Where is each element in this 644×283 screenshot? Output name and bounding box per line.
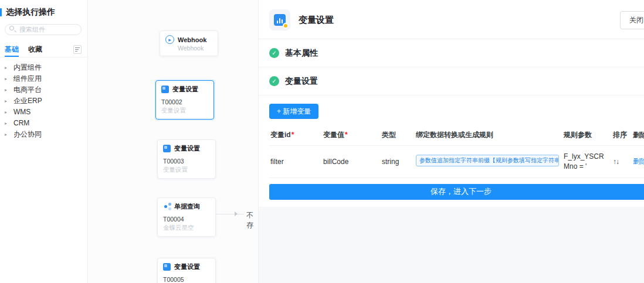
caret-right-icon: ▸ — [5, 76, 9, 81]
caret-right-icon: ▸ — [5, 132, 9, 137]
caret-right-icon: ▸ — [5, 65, 9, 70]
collapse-list-icon[interactable] — [73, 45, 82, 54]
caret-right-icon: ▸ — [5, 98, 9, 104]
variable-settings-icon — [163, 145, 171, 152]
search-icon — [9, 26, 14, 30]
sidebar-item-crm[interactable]: ▸ CRM — [5, 118, 87, 129]
node-title: 变量设置 — [174, 262, 200, 271]
node-subtitle: 变量设置 — [161, 107, 208, 115]
node-title: Webhook — [178, 36, 206, 43]
add-variable-button[interactable]: + 新增变量 — [269, 104, 318, 119]
node-title: 单据查询 — [174, 202, 200, 211]
sidebar-item-erp[interactable]: ▸ 企业ERP — [5, 96, 87, 107]
category-label: CRM — [13, 119, 29, 127]
col-rule-params: 规则参数 — [562, 126, 612, 146]
node-subtitle: Webhook — [178, 45, 212, 52]
category-label: 组件应用 — [13, 74, 42, 84]
sidebar-item-wms[interactable]: ▸ WMS — [5, 107, 87, 118]
col-variable-value: 变量值* — [322, 126, 381, 146]
category-label: 办公协同 — [13, 129, 42, 139]
col-type: 类型 — [381, 126, 415, 146]
table-header-row: 变量id* 变量值* 类型 绑定数据转换或生成规则 规则参数 排序 删除 — [269, 126, 644, 146]
component-sidebar: 选择执行操作 基础 收藏 ▸ 内置组件 ▸ 组件应用 ▸ 电商平台 ▸ 企业ER… — [0, 0, 88, 283]
cell-rule-params: F_lyx_YSCRMno = ' — [562, 146, 612, 178]
node-variable-t00002[interactable]: 变量设置 T00002 变量设置 — [155, 80, 214, 120]
node-subtitle: 变量设置 — [163, 166, 210, 174]
node-title: 变量设置 — [172, 85, 198, 94]
node-subtitle: 金蝶云星空 — [163, 224, 210, 232]
node-variable-t00005[interactable]: 变量设置 T00005 变量设置 — [157, 258, 216, 283]
section-label: 基本属性 — [285, 48, 318, 59]
variable-settings-app-icon — [269, 9, 290, 30]
required-mark: * — [292, 131, 294, 139]
arrowhead-right-icon — [235, 212, 238, 216]
title-accent-bar — [0, 8, 2, 16]
panel-background-filler — [259, 207, 644, 283]
required-mark: * — [345, 131, 348, 139]
rule-chip[interactable]: 参数值追加指定字符串前缀【规则参数填写指定字符串】 — [416, 155, 559, 166]
category-list: ▸ 内置组件 ▸ 组件应用 ▸ 电商平台 ▸ 企业ERP ▸ WMS ▸ CRM… — [0, 57, 87, 140]
save-next-button[interactable]: 保存，进入下一步 — [269, 184, 644, 200]
webhook-play-icon: ▶ — [165, 35, 174, 44]
category-label: 内置组件 — [13, 63, 42, 73]
sidebar-title: 选择执行操作 — [0, 7, 82, 18]
caret-right-icon: ▸ — [5, 87, 9, 93]
node-code: T00004 — [163, 216, 210, 223]
cell-variable-value: billCode — [322, 146, 381, 178]
node-variable-t00003[interactable]: 变量设置 T00003 变量设置 — [157, 139, 216, 179]
variable-settings-icon — [161, 86, 169, 93]
cell-rule: 参数值追加指定字符串前缀【规则参数填写指定字符串】 — [415, 146, 562, 178]
col-variable-id: 变量id* — [269, 126, 322, 146]
category-label: 企业ERP — [13, 96, 42, 106]
node-code: T00005 — [163, 276, 210, 283]
variable-settings-icon — [163, 263, 171, 271]
node-title: 变量设置 — [174, 144, 200, 153]
category-label: WMS — [13, 108, 30, 116]
variables-table: 变量id* 变量值* 类型 绑定数据转换或生成规则 规则参数 排序 删除 fil… — [269, 126, 644, 178]
delete-row-link[interactable]: 删除 — [633, 157, 644, 165]
node-code: T00003 — [163, 158, 210, 165]
col-delete: 删除 — [632, 126, 644, 146]
cell-type: string — [381, 146, 415, 178]
node-query-t00004[interactable]: 单据查询 T00004 金蝶云星空 — [157, 197, 216, 237]
branch-label-exists: 存在数据时 — [257, 240, 258, 283]
caret-right-icon: ▸ — [5, 110, 9, 115]
sidebar-title-text: 选择执行操作 — [6, 7, 55, 18]
branch-line — [216, 214, 248, 214]
workflow-canvas: 不存 存在数据时 ▶ Webhook Webhook 变量设置 T00002 变… — [88, 0, 258, 283]
document-query-icon — [164, 205, 167, 208]
panel-header: 变量设置 关闭 — [259, 0, 644, 39]
check-circle-icon: ✓ — [269, 76, 279, 86]
sidebar-item-ecommerce[interactable]: ▸ 电商平台 — [5, 84, 87, 96]
cell-sort: ↑↓ — [612, 146, 632, 178]
app-window: 选择执行操作 基础 收藏 ▸ 内置组件 ▸ 组件应用 ▸ 电商平台 ▸ 企业ER… — [0, 0, 644, 283]
col-rule: 绑定数据转换或生成规则 — [415, 126, 562, 146]
variable-settings-body: + 新增变量 变量id* 变量值* 类型 绑定数据转换或生成规则 规则参数 排序… — [259, 96, 644, 200]
panel-title: 变量设置 — [299, 15, 334, 26]
close-button[interactable]: 关闭 — [620, 11, 644, 29]
col-sort: 排序 — [612, 126, 632, 146]
search-input[interactable] — [5, 24, 82, 35]
cell-delete: 删除 — [632, 146, 644, 178]
node-webhook[interactable]: ▶ Webhook Webhook — [160, 30, 218, 56]
branch-label-not-exists: 不存 — [244, 210, 258, 230]
node-code: T00002 — [161, 98, 208, 105]
section-variable-settings[interactable]: ✓ 变量设置 › — [259, 67, 644, 96]
cell-variable-id: filter — [269, 146, 322, 178]
tab-favorites[interactable]: 收藏 — [28, 42, 42, 57]
sort-arrows-icon[interactable]: ↑↓ — [613, 158, 619, 166]
yellow-badge-icon — [283, 23, 289, 29]
section-basic-properties[interactable]: ✓ 基本属性 › — [259, 39, 644, 67]
sidebar-item-component-app[interactable]: ▸ 组件应用 — [5, 73, 87, 84]
sidebar-item-builtin[interactable]: ▸ 内置组件 — [5, 62, 87, 73]
component-search — [5, 23, 82, 35]
tab-basic[interactable]: 基础 — [5, 42, 19, 57]
sidebar-item-office[interactable]: ▸ 办公协同 — [5, 129, 87, 140]
config-panel: 变量设置 关闭 ✓ 基本属性 › ✓ 变量设置 › + 新增变量 变量id* — [258, 0, 644, 283]
check-circle-icon: ✓ — [269, 48, 279, 58]
section-label: 变量设置 — [285, 76, 318, 87]
caret-right-icon: ▸ — [5, 121, 9, 126]
table-row: filter billCode string 参数值追加指定字符串前缀【规则参数… — [269, 146, 644, 178]
sidebar-tabs: 基础 收藏 — [0, 42, 87, 57]
category-label: 电商平台 — [13, 85, 42, 95]
